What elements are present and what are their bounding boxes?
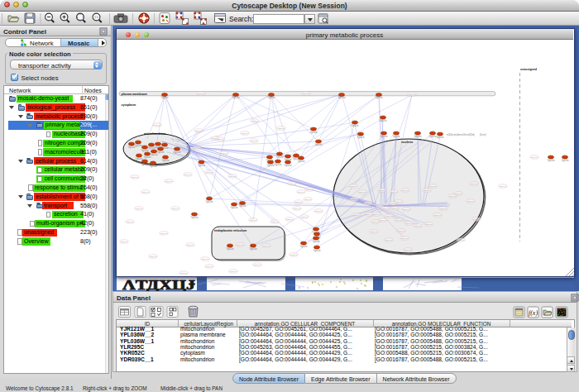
svg-text:f(x): f(x) [529,309,538,317]
